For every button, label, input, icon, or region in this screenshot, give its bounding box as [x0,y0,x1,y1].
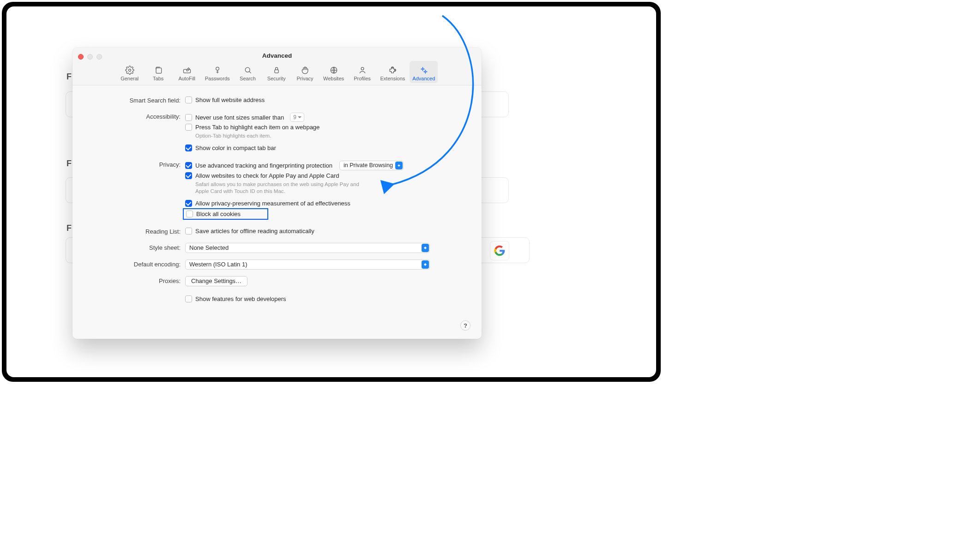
google-icon [490,241,509,260]
tab-profiles[interactable]: Profiles [349,61,376,83]
dev-features-text: Show features for web developers [195,295,286,302]
tab-passwords[interactable]: Passwords [202,61,233,83]
compact-tab-color-text: Show color in compact tab bar [195,145,276,151]
style-sheet-label: Style sheet: [84,243,185,251]
press-tab-checkbox[interactable] [185,124,192,131]
zoom-window-button[interactable] [97,54,102,60]
style-sheet-value: None Selected [189,244,229,251]
lock-icon [272,66,281,75]
tab-security[interactable]: Security [263,61,290,83]
tab-label: Extensions [380,76,405,81]
default-encoding-label: Default encoding: [84,259,185,268]
tab-label: Websites [323,76,344,81]
svg-point-7 [361,67,364,70]
tab-label: Privacy [296,76,313,81]
apple-pay-text: Allow websites to check for Apple Pay an… [195,172,339,179]
gears-icon [419,66,428,75]
accessibility-label: Accessibility: [84,112,185,120]
tab-label: AutoFill [178,76,195,81]
preferences-tabs: General Tabs AutoFill Passwords Search [72,61,482,83]
background-letter: F [66,159,72,169]
pencil-box-icon [182,66,192,75]
compact-tab-color-checkbox[interactable] [185,145,192,151]
change-proxy-settings-button[interactable]: Change Settings… [185,276,247,286]
tab-general[interactable]: General [116,61,143,83]
apple-pay-hint: Safari allows you to make purchases on t… [185,180,361,199]
tabs-icon [154,66,163,75]
press-tab-hint: Option-Tab highlights each item. [185,132,430,144]
tab-label: Tabs [153,76,163,81]
tab-privacy[interactable]: Privacy [292,61,319,83]
min-font-size-text: Never use font sizes smaller than [195,114,284,121]
tab-label: Passwords [205,76,230,81]
fingerprint-protection-checkbox[interactable] [185,162,192,169]
default-encoding-value: Western (ISO Latin 1) [189,261,247,268]
apple-pay-checkbox[interactable] [185,172,192,179]
minimize-window-button[interactable] [87,54,93,60]
background-letter: F [66,72,72,82]
privacy-label: Privacy: [84,160,185,168]
ad-measurement-checkbox[interactable] [185,200,192,207]
svg-rect-1 [156,68,162,73]
show-full-address-checkbox[interactable] [185,96,192,103]
puzzle-icon [388,66,397,75]
svg-point-11 [424,71,426,72]
background-letter: F [66,223,72,233]
smart-search-label: Smart Search field: [84,96,185,104]
chevron-updown-icon [395,162,403,169]
dev-features-checkbox[interactable] [185,295,192,302]
svg-rect-5 [274,70,278,73]
reading-list-label: Reading List: [84,227,185,235]
offline-reading-text: Save articles for offline reading automa… [195,228,314,235]
offline-reading-checkbox[interactable] [185,228,192,235]
block-cookies-text: Block all cookies [196,211,241,217]
min-font-size-checkbox[interactable] [185,114,192,121]
tab-websites[interactable]: Websites [320,61,347,83]
person-icon [358,66,367,75]
tab-label: Advanced [412,76,435,81]
gear-icon [125,66,134,75]
window-title: Advanced [72,48,482,59]
tab-label: Search [240,76,256,81]
tab-advanced[interactable]: Advanced [410,61,438,83]
default-encoding-select[interactable]: Western (ISO Latin 1) [185,259,430,270]
chevron-updown-icon [422,244,429,252]
help-button[interactable]: ? [460,320,470,331]
tab-tabs[interactable]: Tabs [145,61,172,83]
search-icon [243,66,253,75]
preferences-window: Advanced General Tabs AutoFill Passwords [72,48,482,339]
proxies-label: Proxies: [84,276,185,284]
svg-point-0 [128,69,131,72]
svg-point-4 [245,67,250,72]
style-sheet-select[interactable]: None Selected [185,243,430,253]
svg-point-3 [216,67,219,70]
globe-icon [329,66,338,75]
fingerprint-protection-mode-select[interactable]: in Private Browsing [339,161,404,170]
tab-label: Security [267,76,286,81]
block-cookies-checkbox[interactable] [186,211,193,217]
close-window-button[interactable] [78,54,84,60]
press-tab-text: Press Tab to highlight each item on a we… [195,124,320,131]
tab-label: Profiles [354,76,371,81]
chevron-updown-icon [422,260,429,269]
ad-measurement-text: Allow privacy-preserving measurement of … [195,200,350,207]
fingerprint-protection-text: Use advanced tracking and fingerprinting… [195,162,332,169]
fingerprint-mode-value: in Private Browsing [344,162,393,169]
hand-icon [301,66,310,75]
key-icon [213,66,222,75]
min-font-size-select[interactable]: 9 [290,113,304,122]
tab-autofill[interactable]: AutoFill [174,61,200,83]
tab-extensions[interactable]: Extensions [378,61,408,83]
safari-advanced-preferences-screenshot: F F F Advanced General [2,2,661,382]
window-controls [78,54,102,60]
svg-point-10 [422,68,423,70]
preferences-content: Smart Search field: Show full website ad… [72,85,482,339]
block-cookies-highlight: Block all cookies [183,208,268,220]
tab-search[interactable]: Search [235,61,261,83]
tab-label: General [121,76,139,81]
titlebar: Advanced General Tabs AutoFill Passwords [72,48,482,85]
show-full-address-text: Show full website address [195,96,265,103]
